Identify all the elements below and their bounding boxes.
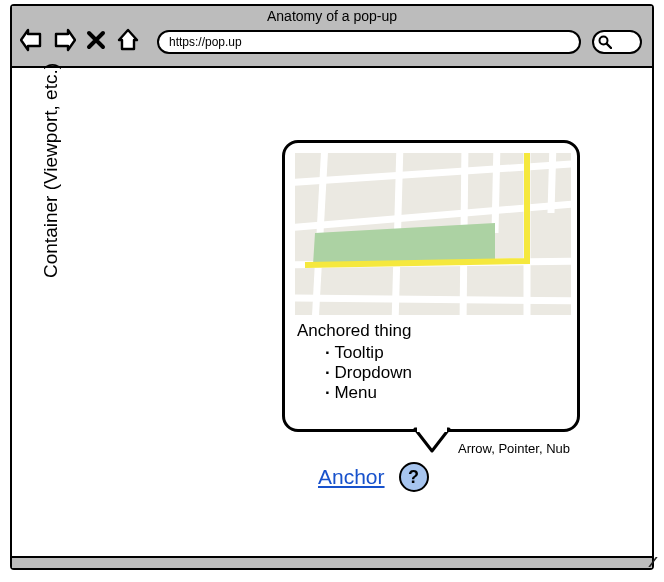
browser-window: Anatomy of a pop-up Container (Viewport,… (10, 4, 654, 570)
titlebar: Anatomy of a pop-up (12, 6, 652, 68)
help-icon[interactable]: ? (399, 462, 429, 492)
list-item: Tooltip (325, 343, 565, 363)
popup-list: Tooltip Dropdown Menu (297, 343, 565, 403)
svg-line-12 (551, 153, 553, 213)
popup-body: Anchored thing Tooltip Dropdown Menu (295, 315, 567, 403)
nav-controls (20, 28, 140, 52)
back-icon[interactable] (20, 28, 44, 52)
anchor-row: Anchor ? (318, 462, 429, 492)
popup-card: Anchored thing Tooltip Dropdown Menu (282, 140, 580, 432)
svg-line-1 (607, 44, 611, 48)
home-icon[interactable] (116, 28, 140, 52)
viewport: Container (Viewport, etc.) (12, 68, 652, 556)
url-input[interactable] (157, 30, 581, 54)
resize-grip-icon[interactable]: ⁄⁄ (651, 554, 652, 570)
popup-heading: Anchored thing (297, 321, 565, 341)
map-thumbnail (295, 153, 571, 315)
search-pill[interactable] (592, 30, 642, 54)
anchor-link[interactable]: Anchor (318, 465, 385, 489)
statusbar (12, 556, 652, 568)
container-label: Container (Viewport, etc.) (40, 63, 62, 278)
window-title: Anatomy of a pop-up (12, 8, 652, 24)
list-item: Dropdown (325, 363, 565, 383)
help-glyph: ? (408, 467, 419, 488)
svg-marker-14 (415, 429, 449, 451)
svg-line-10 (495, 153, 497, 233)
forward-icon[interactable] (52, 28, 76, 52)
list-item: Menu (325, 383, 565, 403)
stop-icon[interactable] (84, 28, 108, 52)
arrow-label: Arrow, Pointer, Nub (458, 441, 570, 456)
